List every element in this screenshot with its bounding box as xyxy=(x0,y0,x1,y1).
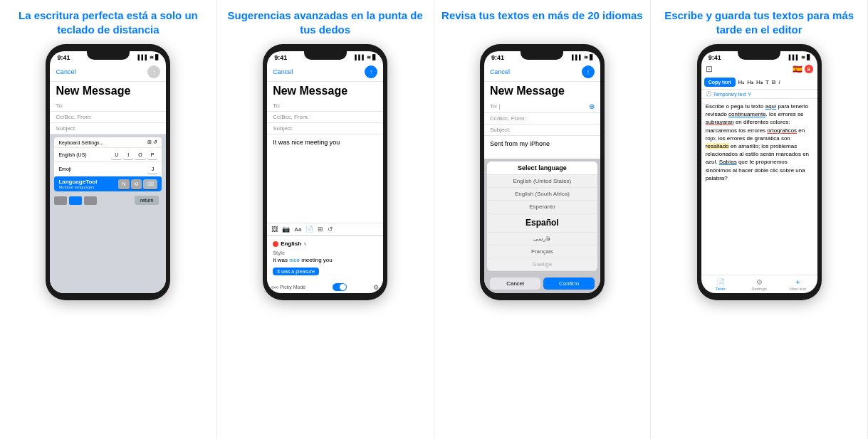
editor-top-bar: ⊡ 🇪🇸 8 xyxy=(701,63,817,75)
email-header-1: Cancel ↑ xyxy=(50,63,166,82)
cancel-button-2[interactable]: Cancel xyxy=(273,68,293,75)
send-button-2[interactable]: ↑ xyxy=(365,65,377,78)
key-n[interactable]: N xyxy=(118,179,129,189)
editor-screen: ⊡ 🇪🇸 8 Copy text H₁ H₂ H₃ T B / xyxy=(701,63,817,293)
toolbar-loop[interactable]: ↺ xyxy=(328,226,333,233)
temp-chevron[interactable]: ∨ xyxy=(748,91,751,97)
key-i[interactable]: I xyxy=(123,150,133,159)
email-to-2: To: xyxy=(267,100,383,112)
key-u[interactable]: U xyxy=(111,150,122,159)
toolbar-image[interactable]: 🖼 xyxy=(271,226,278,233)
time-2: 9:41 xyxy=(274,54,287,61)
nav-new-text[interactable]: + New text xyxy=(778,275,817,293)
suggestion-chip[interactable]: It was a pleasure xyxy=(273,268,319,275)
add-recipient-icon[interactable]: ⊕ xyxy=(589,102,595,110)
toolbar-icons-2: 🖼 📷 Aa 📄 ⊞ ↺ xyxy=(267,223,383,236)
email-subject-3: Subject: xyxy=(484,125,600,136)
resaltado-text: resaltado xyxy=(706,143,729,149)
menu-item-english-us[interactable]: English (US) U I O P xyxy=(54,148,162,162)
key-m[interactable]: M xyxy=(131,179,142,189)
to-label-2: To: xyxy=(273,102,281,109)
nav-settings[interactable]: ⚙ Settings xyxy=(740,275,778,293)
continuamente-text: continuamente xyxy=(728,111,765,117)
kb-icon-1[interactable] xyxy=(54,196,67,205)
editor-body[interactable]: Escribe o pega tu texto aquí para tenerl… xyxy=(701,99,817,275)
toolbar-grid[interactable]: ⊞ xyxy=(318,226,323,233)
time-4: 9:41 xyxy=(708,54,721,61)
flag-badge-group: 🇪🇸 8 xyxy=(793,65,813,74)
phone-notch-3 xyxy=(521,51,563,60)
panel-4-heading: Escribe y guarda tus textos para más tar… xyxy=(657,9,862,37)
languagetool-sub: Multiple languages xyxy=(58,185,97,189)
panel-3-heading: Revisa tus textos en más de 20 idiomas xyxy=(441,9,643,37)
panel-1-heading: La escritura perfecta está a solo un tec… xyxy=(6,9,211,37)
kb-icon-2[interactable] xyxy=(69,196,82,205)
toggle-knob xyxy=(340,284,346,290)
lang-item-english-sa[interactable]: English (South Africa) xyxy=(487,188,597,201)
toolbar-text[interactable]: Aa xyxy=(294,226,301,233)
phone-3: 9:41 ▌▌▌ ≋ ▊ Cancel ↑ New Message To: | … xyxy=(480,44,605,300)
format-slash[interactable]: / xyxy=(779,79,780,85)
menu-item-emoji[interactable]: Emoji J xyxy=(54,162,162,176)
lang-item-farsi[interactable]: فارسی xyxy=(487,233,597,245)
email-ccbcc-2: Cc/Bcc, From: xyxy=(267,112,383,123)
lang-bar: English ∨ xyxy=(270,239,380,248)
lang-confirm-button[interactable]: Confirm xyxy=(543,277,595,290)
texts-icon: 📄 xyxy=(716,278,725,286)
key-p[interactable]: P xyxy=(147,150,158,159)
email-body-3[interactable]: Sent from my iPhone xyxy=(484,136,600,159)
key-j[interactable]: J xyxy=(147,164,157,174)
menu-item-languagetool[interactable]: LanguageTool Multiple languages N M ⌫ xyxy=(54,176,162,191)
picky-toggle[interactable] xyxy=(333,283,347,291)
notification-badge: 8 xyxy=(805,65,813,73)
format-h2[interactable]: H₂ xyxy=(747,79,753,85)
editor-meta: 🕐 Temporary text ∨ xyxy=(701,90,817,99)
cancel-button-3[interactable]: Cancel xyxy=(490,68,510,75)
lang-cancel-button[interactable]: Cancel xyxy=(490,277,541,290)
format-h3[interactable]: H₃ xyxy=(756,79,763,85)
keyboard-menu: Keyboard Settings... ⊞ ↺ English (US) U … xyxy=(54,137,162,191)
nav-texts[interactable]: 📄 Texts xyxy=(701,275,740,293)
lang-item-francais[interactable]: Français xyxy=(487,245,597,258)
lang-chevron[interactable]: ∨ xyxy=(303,241,307,247)
lang-item-esperanto[interactable]: Esperanto xyxy=(487,201,597,213)
toolbar-camera[interactable]: 📷 xyxy=(282,226,290,233)
time-1: 9:41 xyxy=(57,54,70,61)
settings-label: Keyboard Settings... xyxy=(58,140,103,145)
email-header-3: Cancel ↑ xyxy=(484,63,600,82)
format-t[interactable]: T xyxy=(765,79,769,85)
phone-screen-3: 9:41 ▌▌▌ ≋ ▊ Cancel ↑ New Message To: | … xyxy=(484,51,600,293)
cancel-button-1[interactable]: Cancel xyxy=(56,68,75,75)
lang-overlay: Select language English (United States) … xyxy=(484,159,600,293)
subject-label-2: Subject: xyxy=(273,125,293,132)
phone-2: 9:41 ▌▌▌ ≋ ▊ Cancel ↑ New Message To: Cc… xyxy=(263,44,387,300)
send-button-1[interactable]: ↑ xyxy=(147,65,160,78)
key-backspace[interactable]: ⌫ xyxy=(143,179,157,189)
square-icon[interactable]: ⊡ xyxy=(706,64,713,74)
to-label-1: To: xyxy=(56,102,63,109)
keyboard-section: Keyboard Settings... ⊞ ↺ English (US) U … xyxy=(50,134,166,293)
email-to-1: To: xyxy=(50,100,166,112)
settings-gear-icon[interactable]: ⚙ xyxy=(373,284,379,291)
email-body-2[interactable]: It was nice meeting you xyxy=(267,134,383,223)
lang-item-english-us[interactable]: English (United States) xyxy=(487,175,597,188)
lang-item-espanol[interactable]: Español xyxy=(487,213,597,233)
format-b[interactable]: B xyxy=(772,79,776,85)
format-h1[interactable]: H₁ xyxy=(738,79,745,85)
kb-icon-3[interactable] xyxy=(84,196,97,205)
languagetool-label: LanguageTool xyxy=(58,179,97,185)
return-key[interactable]: return xyxy=(135,196,159,205)
copy-text-button[interactable]: Copy text xyxy=(704,78,736,87)
key-o[interactable]: O xyxy=(135,150,145,159)
phone-1: 9:41 ▌▌▌ ≋ ▊ Cancel ↑ New Message To: Cc… xyxy=(46,44,170,300)
phone-4: 9:41 ▌▌▌ ≋ ▊ ⊡ 🇪🇸 8 Copy text H₁ H₂ xyxy=(697,44,822,300)
settings-icon: ⚙ xyxy=(756,278,763,286)
phone-notch-1 xyxy=(87,51,130,60)
send-button-3[interactable]: ↑ xyxy=(582,65,595,78)
email-title-1: New Message xyxy=(50,82,166,100)
email-title-2: New Message xyxy=(267,82,383,100)
picky-bar: ∞∞ Picky Mode ⚙ xyxy=(267,281,383,293)
toolbar-doc[interactable]: 📄 xyxy=(305,226,313,233)
lang-item-gaeilge[interactable]: Gaeilge xyxy=(487,258,597,271)
menu-item-settings[interactable]: Keyboard Settings... ⊞ ↺ xyxy=(54,137,162,148)
